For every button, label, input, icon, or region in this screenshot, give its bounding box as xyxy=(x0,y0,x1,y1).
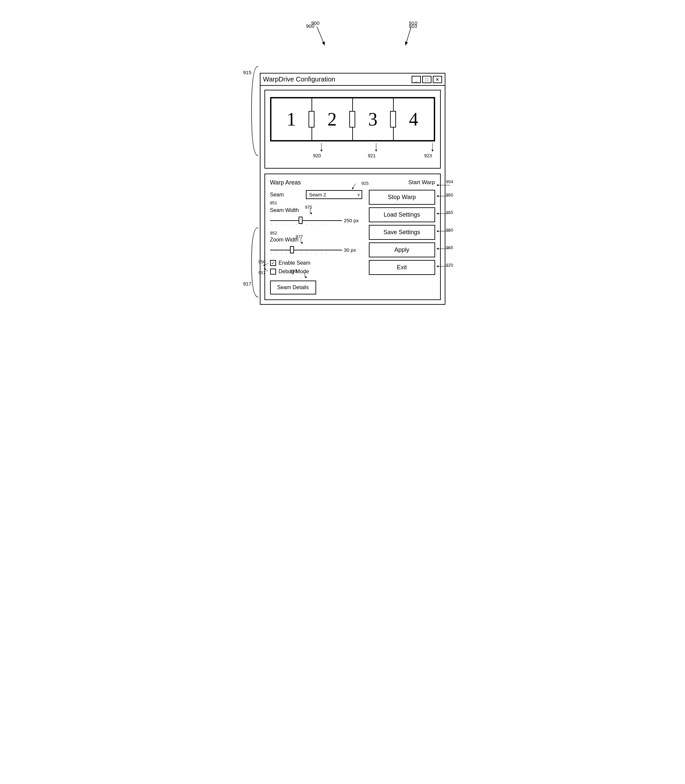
zoom-width-slider-visual: · · · · · · · · · · · · xyxy=(270,245,342,255)
debug-mode-row: Debug Mode xyxy=(270,269,362,275)
ref-954: 954 xyxy=(446,179,453,184)
zoom-width-label: Zoom Width xyxy=(270,237,362,243)
monitors-outer: 1 2 3 xyxy=(270,97,435,158)
monitor-2-label: 2 xyxy=(328,109,337,130)
stop-warp-area: Stop Warp 950 xyxy=(369,190,435,205)
svg-text:920: 920 xyxy=(313,153,321,158)
maximize-button[interactable]: □ xyxy=(422,76,432,83)
svg-line-1 xyxy=(317,26,325,45)
display-area: 1 2 3 xyxy=(265,90,441,168)
monitor-1-label: 1 xyxy=(287,109,296,130)
seam-width-label: Seam Width xyxy=(270,207,362,213)
monitor-2: 2 xyxy=(312,98,352,141)
window-body: 1 2 3 xyxy=(260,86,445,304)
ref-957: 957 xyxy=(258,270,266,275)
exit-button[interactable]: Exit xyxy=(369,260,435,275)
save-settings-area: Save Settings 960 xyxy=(369,225,435,240)
seam-label: Seam xyxy=(270,192,303,198)
seam-details-button[interactable]: Seam Details xyxy=(270,280,316,295)
main-window: WarpDrive Configuration _ □ ✕ 1 xyxy=(260,73,445,305)
save-settings-button[interactable]: Save Settings xyxy=(369,225,435,240)
ref-977: 977 xyxy=(295,234,303,239)
svg-line-3 xyxy=(406,26,411,45)
seam-select[interactable]: Seam 1 Seam 2 Seam 3 xyxy=(306,190,362,199)
enable-seam-row: Enable Seam xyxy=(270,260,362,266)
seam-row: Seam Seam 1 Seam 2 Seam 3 925 xyxy=(270,190,362,199)
ref-965: 965 xyxy=(446,245,453,250)
seam-width-slider-visual: · · · · · · · · · · · · xyxy=(270,215,342,225)
monitor-4: 4 xyxy=(393,98,435,141)
monitor-3-label: 3 xyxy=(368,109,377,130)
seam-width-line xyxy=(270,220,342,221)
zoom-width-slider-area: · · · · · · · · · · · · 30 px xyxy=(270,245,362,255)
minimize-button[interactable]: _ xyxy=(412,76,421,83)
ref-label-917: 917 xyxy=(243,281,252,287)
checkboxes-area: 956 Enable Seam xyxy=(270,260,362,275)
ref-label-915: 915 xyxy=(243,70,252,75)
zoom-width-slider-row: 977 xyxy=(270,245,362,255)
ref-956: 956 xyxy=(258,259,266,264)
ref-label-910: 910 xyxy=(409,23,417,29)
title-bar: WarpDrive Configuration _ □ ✕ xyxy=(260,73,445,86)
seam-handle-920[interactable] xyxy=(308,111,315,128)
enable-seam-label: Enable Seam xyxy=(279,260,310,266)
seam-width-slider-area: · · · · · · · · · · · · 250 px xyxy=(270,215,362,225)
monitor-4-label: 4 xyxy=(409,109,418,130)
section-title: Warp Areas xyxy=(270,179,362,186)
monitor-1: 1 xyxy=(271,98,312,141)
left-controls: Warp Areas Seam Seam 1 Seam 2 Seam 3 925 xyxy=(270,179,362,295)
brace-915 xyxy=(250,65,260,157)
seam-handle-921[interactable] xyxy=(349,111,355,128)
seam-details-area: 930 Seam Details xyxy=(270,278,362,295)
monitor-3: 3 xyxy=(352,98,393,141)
monitor-refs: 920 921 923 xyxy=(270,141,435,158)
monitors-container: 1 2 3 xyxy=(270,97,435,141)
ref-951: 951 xyxy=(270,200,362,205)
apply-button[interactable]: Apply xyxy=(369,243,435,258)
enable-seam-checkbox[interactable] xyxy=(270,260,276,266)
ref-label-900: 900 xyxy=(306,23,315,29)
svg-text:923: 923 xyxy=(424,153,432,158)
ref-952: 952 xyxy=(270,230,362,235)
start-warp-label: Start Warp xyxy=(369,179,435,186)
start-warp-area: Start Warp 954 xyxy=(369,179,435,187)
seam-width-value: 250 px xyxy=(344,218,362,223)
stop-warp-button[interactable]: Stop Warp xyxy=(369,190,435,205)
zoom-width-handle[interactable] xyxy=(290,246,294,253)
window-title: WarpDrive Configuration xyxy=(263,76,335,83)
exit-area: Exit 970 xyxy=(369,260,435,275)
ref-970: 970 xyxy=(446,262,453,267)
ref-950: 950 xyxy=(446,193,453,198)
ref-930: 930 xyxy=(290,269,297,274)
seam-width-container: Seam Width 975 xyxy=(270,207,362,225)
ref-960: 960 xyxy=(446,228,453,233)
close-button[interactable]: ✕ xyxy=(433,76,442,83)
ref-975: 975 xyxy=(305,205,312,210)
seam-select-wrapper: Seam 1 Seam 2 Seam 3 925 xyxy=(306,190,362,199)
ref-955: 955 xyxy=(446,210,453,215)
title-controls: _ □ ✕ xyxy=(412,76,442,83)
zoom-width-container: Zoom Width 977 xyxy=(270,237,362,255)
controls-area: Warp Areas Seam Seam 1 Seam 2 Seam 3 925 xyxy=(265,173,441,300)
zoom-width-line xyxy=(270,250,342,250)
svg-text:921: 921 xyxy=(368,153,376,158)
seam-width-handle[interactable] xyxy=(299,217,303,224)
seam-handle-923[interactable] xyxy=(390,111,396,128)
right-controls: Start Warp 954 xyxy=(369,179,435,295)
seam-width-slider-row: 975 xyxy=(270,215,362,225)
seam-width-dots: · · · · · · · · · · · · xyxy=(271,222,341,226)
load-settings-button[interactable]: Load Settings xyxy=(369,207,435,222)
ref-925: 925 xyxy=(362,181,369,186)
load-settings-area: Load Settings 955 xyxy=(369,207,435,222)
apply-area: Apply 965 xyxy=(369,243,435,258)
debug-mode-checkbox[interactable] xyxy=(270,269,276,275)
annotation-arrows: 900 910 xyxy=(260,20,492,50)
zoom-width-value: 30 px xyxy=(344,247,362,253)
zoom-width-dots: · · · · · · · · · · · · xyxy=(271,252,341,255)
